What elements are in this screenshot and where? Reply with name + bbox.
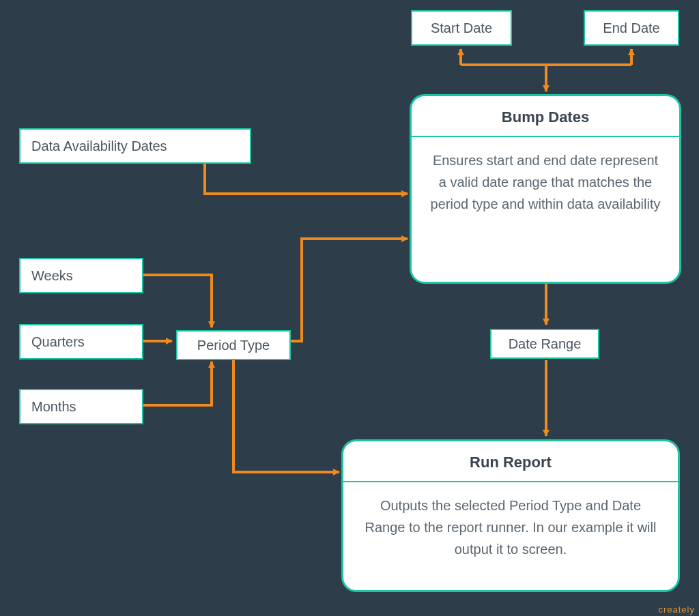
- watermark: creately: [658, 604, 695, 615]
- run-report-body: Outputs the selected Period Type and Dat…: [343, 482, 678, 575]
- node-date-range: Date Range: [490, 329, 599, 359]
- node-weeks: Weeks: [19, 258, 143, 293]
- node-period-type: Period Type: [176, 330, 291, 360]
- node-run-report: Run Report Outputs the selected Period T…: [341, 439, 680, 592]
- node-quarters: Quarters: [19, 324, 143, 360]
- node-data-availability: Data Availability Dates: [19, 128, 251, 164]
- node-end-date: End Date: [584, 10, 679, 46]
- node-start-date: Start Date: [411, 10, 512, 46]
- run-report-title: Run Report: [343, 441, 678, 482]
- bump-dates-title: Bump Dates: [412, 96, 679, 137]
- bump-dates-body: Ensures start and end date represent a v…: [412, 137, 679, 230]
- node-months: Months: [19, 389, 143, 424]
- node-bump-dates: Bump Dates Ensures start and end date re…: [410, 94, 681, 284]
